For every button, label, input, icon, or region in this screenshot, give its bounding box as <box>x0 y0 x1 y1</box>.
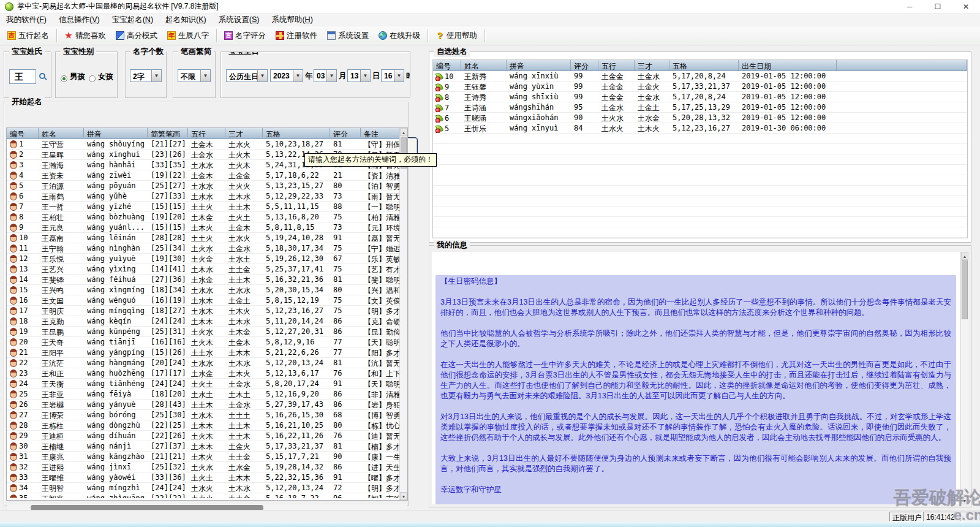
chevron-down-icon[interactable]: ▼ <box>257 70 267 82</box>
table-row[interactable]: 24王天衡wáng tiānhéng[24][24]土火土土金水5,8,20,1… <box>7 379 399 389</box>
table-row[interactable]: 18王克勤wáng kèqín[24][24]土木木土木水5,11,20,14,… <box>7 316 399 327</box>
gender-male-radio[interactable] <box>61 72 67 83</box>
menu-item[interactable]: 宝宝起名(N) <box>106 13 159 26</box>
column-header[interactable]: 编号 <box>433 60 461 70</box>
hour-select[interactable]: 16▼ <box>381 69 404 82</box>
menu-item[interactable]: 系统帮助(H) <box>265 13 318 26</box>
toolbar-button-生辰八字[interactable]: 年生辰八字 <box>162 28 214 44</box>
calendar-type-select[interactable]: 公历生日▼ <box>226 69 268 82</box>
search-icon[interactable] <box>39 73 45 79</box>
chevron-down-icon[interactable]: ▼ <box>293 70 303 82</box>
surname-input[interactable]: 王 <box>9 69 36 84</box>
table-row[interactable]: 20王天奇wáng tiānjī[16][16]土火木土金木5,8,12,9,1… <box>7 337 399 347</box>
chevron-down-icon[interactable]: ▼ <box>326 70 336 82</box>
toolbar-button-注册软件[interactable]: 注册软件 <box>271 28 322 44</box>
column-header[interactable]: 五行 <box>188 128 225 137</box>
day-select[interactable]: 13▼ <box>347 69 371 82</box>
column-header[interactable]: 五格 <box>669 60 739 70</box>
column-header[interactable]: 拼音 <box>84 128 148 137</box>
minimize-button[interactable]: ─ <box>895 0 924 13</box>
table-row[interactable]: 23王和正wáng huòzhēng[17][17]土水金土木火5,12,13,… <box>7 368 399 379</box>
table-row[interactable]: 6王雨鹤wáng yǔhè[27][33]土水水土木水5,12,29,22,33… <box>7 191 399 202</box>
column-header[interactable]: 拼音 <box>507 60 571 70</box>
table-row[interactable]: 9王元良wáng yuánl...[15][15]土木火土金木5,8,11,8,… <box>7 222 399 233</box>
gender-female-radio[interactable] <box>89 72 96 83</box>
table-row[interactable]: 10王磊南wáng lěinán[28][28]土土火土水火5,19,24,10… <box>7 233 399 243</box>
my-info-scrollbar[interactable]: ▲ ▼ <box>960 252 968 504</box>
menu-item[interactable]: 信息操作(V) <box>53 13 106 26</box>
column-header[interactable]: 编号 <box>7 128 39 137</box>
table-row[interactable]: 31王康兆wáng kāngzhào[21][21]土木火土土金5,15,17,… <box>7 452 399 462</box>
chevron-down-icon[interactable]: ▼ <box>360 70 370 82</box>
table-row[interactable]: 4王资未wáng zīwèi[19][22]土金木土金金5,17,18,6,22… <box>7 170 399 181</box>
table-row[interactable]: 8王诗秀wáng shīxiù99土金金土金水5,17,20,8,242019-… <box>433 92 967 102</box>
table-row[interactable]: 35王智光wáng zhìguāng[22][22]土火火土土金5,16,18,… <box>7 493 399 498</box>
column-header[interactable]: 简繁笔画 <box>148 128 188 137</box>
table-row[interactable]: 30王楠继wáng nánjì[27][37]土木木土金火5,17,33,21,… <box>7 441 399 452</box>
month-select[interactable]: 03▼ <box>314 69 337 82</box>
column-header[interactable]: 三才 <box>635 60 669 70</box>
year-select[interactable]: 2023▼ <box>270 69 303 82</box>
my-info-text-area[interactable]: 【生日密码信息】3月13日预言未来在3月13日出生的人总是非常的宿命，因为他们的… <box>432 252 960 504</box>
table-row[interactable]: 13王艺兴wáng yìxìng[14][41]土木水土土金5,25,37,17… <box>7 264 399 275</box>
maximize-button[interactable]: ☐ <box>924 0 952 13</box>
table-row[interactable]: 12王乐悦wáng yuìyuè[19][30]土火金土水土5,19,26,12… <box>7 254 399 264</box>
table-row[interactable]: 33王曜维wáng yàowéi[33][36]土火土土木木5,22,32,15… <box>7 472 399 483</box>
scroll-down-icon[interactable]: ▼ <box>961 496 968 504</box>
table-row[interactable]: 21王阳平wáng yángpíng[15][26]土土水土木木5,21,22,… <box>7 347 399 358</box>
table-row[interactable]: 15王兴鸣wáng xìngmíng[18][34]土水水土水水5,20,30,… <box>7 285 399 295</box>
table-row[interactable]: 27王博荣wáng bóróng[25][30]土水木土土土5,16,26,15… <box>7 410 399 420</box>
toolbar-button-猜您喜欢[interactable]: ★猜您喜欢 <box>59 28 111 44</box>
toolbar-button-系统设置[interactable]: 系统设置 <box>322 28 374 44</box>
table-row[interactable]: 22王沆茫wáng hàngmáng[20][24]土水水土木水5,12,20,… <box>7 358 399 368</box>
toolbar-button-在线升级[interactable]: 在线升级 <box>374 28 425 44</box>
table-row[interactable]: 14王斐铧wáng fěihuá[27][36]土水金土土木5,16,32,21… <box>7 275 399 285</box>
chevron-down-icon[interactable]: ▼ <box>200 70 210 82</box>
scrollbar-thumb[interactable] <box>962 260 968 319</box>
table-row[interactable]: 34王明智wáng míngzhì[24][24]土水火土木水5,12,20,1… <box>7 483 399 493</box>
menu-item[interactable]: 起名知识(K) <box>159 13 213 26</box>
chevron-down-icon[interactable]: ▼ <box>394 70 404 82</box>
table-row[interactable]: 5王泊源wáng pōyuán[25][27]土水水土火火5,13,23,15,… <box>7 181 399 191</box>
table-row[interactable]: 28王栋柱wáng dòngzhù[22][25]土木木土土木5,16,21,1… <box>7 420 399 431</box>
column-header[interactable]: 五行 <box>598 60 635 70</box>
menu-item[interactable]: 系统设置(S) <box>213 13 266 26</box>
strokes-select[interactable]: 不限▼ <box>178 69 211 82</box>
menu-item[interactable]: 我的软件(F) <box>0 13 53 26</box>
table-row[interactable]: 16王文国wáng wénguó[16][19]土水木土金土5,8,15,12,… <box>7 295 399 306</box>
column-header[interactable]: 姓名 <box>39 128 84 137</box>
table-row[interactable]: 6王晓涵wángxiǎohán90土火水土水金5,20,28,13,322019… <box>433 113 967 123</box>
column-header[interactable]: 评分 <box>330 128 361 137</box>
scroll-down-icon[interactable]: ▼ <box>400 492 407 500</box>
table-row[interactable]: 29王迪桓wáng díhuán[22][26]土火木土土木5,16,22,11… <box>7 431 399 441</box>
table-row[interactable]: 25王非亚wáng fēiyà[18][20]土水土土木土5,12,16,9,2… <box>7 389 399 400</box>
table-row[interactable]: 8王柏壮wáng bòzhuàng[19][20]土木金土火土5,13,16,8… <box>7 212 399 222</box>
table-row[interactable]: 26王岩樾wáng yányuè[28][43]土土木土金水5,27,39,17… <box>7 400 399 410</box>
chevron-down-icon[interactable]: ▼ <box>151 70 161 82</box>
column-header[interactable]: 出生日期 <box>739 60 837 70</box>
table-row[interactable]: 1王守营wáng shǒuyíng[21][27]土金木土水火5,10,23,1… <box>7 139 399 150</box>
table-row[interactable]: 7王一哲wáng yīzhé[15][15]土土火土土木5,5,11,11,15… <box>7 202 399 212</box>
toolbar-button-五行起名[interactable]: 吉五行起名 <box>2 28 54 44</box>
column-header[interactable]: 备注 <box>361 128 399 137</box>
table-row[interactable]: 17王明庆wáng míngqìng[18][27]土水木土木火5,12,23,… <box>7 306 399 316</box>
toolbar-button-高分模式[interactable]: 高分模式 <box>111 28 162 44</box>
table-row[interactable]: 11王宁翰wáng nìnghàn[25][34]土火水土金水5,18,30,1… <box>7 243 399 254</box>
column-header[interactable]: 评分 <box>571 60 598 70</box>
scroll-up-icon[interactable]: ▲ <box>400 128 407 136</box>
column-header[interactable]: 三才 <box>225 128 263 137</box>
name-count-select[interactable]: 2字▼ <box>130 69 162 82</box>
column-header[interactable]: 姓名 <box>461 60 507 70</box>
table-row[interactable]: 7王诗涵wángshīhán95土金水土金土5,17,25,13,292019-… <box>433 102 967 113</box>
results-vertical-scrollbar[interactable]: ▲ ▼ <box>399 128 407 500</box>
table-row[interactable]: 5王忻乐wáng xīnyuì84土水火土木火5,12,23,16,272019… <box>433 123 967 134</box>
gender-male-label[interactable]: 男孩 <box>70 72 85 82</box>
table-row[interactable]: 19王昆鹏wáng kūnpéng[25][31]土火水土木金5,12,27,2… <box>7 327 399 337</box>
close-button[interactable]: ✕ <box>952 0 980 13</box>
toolbar-button-使用帮助[interactable]: ?使用帮助 <box>431 28 482 44</box>
gender-female-label[interactable]: 女孩 <box>98 72 113 82</box>
table-row[interactable]: 10王新秀wáng xīnxiù99土金金土金水5,17,20,8,242019… <box>433 71 967 82</box>
table-row[interactable]: 32王进熙wáng jìnxī[25][32]土火水土水金5,19,28,14,… <box>7 462 399 472</box>
toolbar-button-名字评分[interactable]: 言名字评分 <box>219 28 271 44</box>
table-row[interactable]: 9王钰馨wáng yùxīn99土金金土金火5,17,33,21,372019-… <box>433 82 967 92</box>
